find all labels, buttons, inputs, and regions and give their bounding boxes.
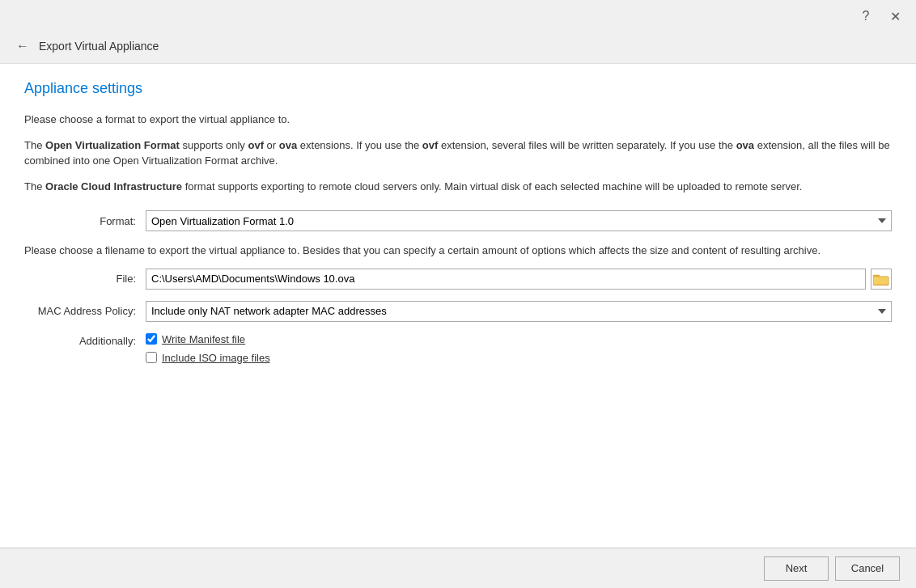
file-input[interactable] (146, 269, 866, 290)
description-2: The Open Virtualization Format supports … (24, 137, 892, 169)
write-manifest-label[interactable]: Write Manifest file (162, 333, 245, 345)
desc2-bold1: Open Virtualization Format (45, 139, 180, 151)
cancel-button[interactable]: Cancel (835, 556, 900, 581)
checkboxes-column: Write Manifest file Include ISO image fi… (146, 333, 270, 364)
format-row: Format: Open Virtualization Format 1.0 O… (24, 210, 892, 231)
file-control-wrap (146, 269, 892, 290)
include-iso-row: Include ISO image files (146, 352, 270, 364)
include-iso-label[interactable]: Include ISO image files (162, 352, 270, 364)
format-control-wrap: Open Virtualization Format 1.0 Open Virt… (146, 210, 892, 231)
content-area: Appliance settings Please choose a forma… (0, 64, 916, 548)
desc2-mid2: or (267, 139, 279, 151)
header: ← Export Virtual Appliance (0, 32, 916, 64)
folder-icon (873, 273, 889, 286)
format-select[interactable]: Open Virtualization Format 1.0 Open Virt… (146, 210, 892, 231)
browse-button[interactable] (871, 269, 892, 290)
write-manifest-row: Write Manifest file (146, 333, 270, 345)
description-1: Please choose a format to export the vir… (24, 112, 892, 128)
additionally-label: Additionally: (24, 333, 146, 347)
additionally-row: Additionally: Write Manifest file Includ… (24, 333, 892, 364)
desc3-suffix: format supports exporting to remote clou… (185, 180, 803, 192)
mac-label: MAC Address Policy: (24, 305, 146, 317)
file-description: Please choose a filename to export the v… (24, 243, 892, 259)
title-bar: ? ✕ (0, 0, 916, 32)
file-row: File: (24, 269, 892, 290)
desc2-bold4: ovf (422, 139, 439, 151)
mac-control-wrap: Include only NAT network adapter MAC add… (146, 301, 892, 322)
description-3: The Oracle Cloud Infrastructure format s… (24, 179, 892, 195)
mac-select[interactable]: Include only NAT network adapter MAC add… (146, 301, 892, 322)
form-section: Format: Open Virtualization Format 1.0 O… (24, 210, 892, 364)
header-title: Export Virtual Appliance (39, 40, 159, 53)
page-title: Appliance settings (24, 80, 892, 97)
desc2-mid1: supports only (183, 139, 248, 151)
desc3-bold: Oracle Cloud Infrastructure (45, 180, 182, 192)
footer: Next Cancel (0, 548, 916, 588)
close-button[interactable]: ✕ (884, 5, 906, 27)
desc3-prefix: The (24, 180, 45, 192)
file-label: File: (24, 273, 146, 285)
mac-row: MAC Address Policy: Include only NAT net… (24, 301, 892, 322)
write-manifest-checkbox[interactable] (146, 333, 157, 345)
desc2-prefix: The (24, 139, 45, 151)
title-bar-controls: ? ✕ (855, 5, 906, 27)
close-icon: ✕ (890, 9, 901, 24)
next-button[interactable]: Next (764, 556, 829, 581)
desc2-bold5: ova (736, 139, 754, 151)
desc2-mid3: extensions. If you use the (300, 139, 422, 151)
main-window: ? ✕ ← Export Virtual Appliance Appliance… (0, 0, 916, 588)
back-arrow-icon[interactable]: ← (16, 39, 29, 53)
svg-rect-2 (873, 277, 888, 285)
desc2-mid4: extension, several files will be written… (441, 139, 736, 151)
format-label: Format: (24, 215, 146, 227)
help-button[interactable]: ? (855, 5, 877, 27)
include-iso-checkbox[interactable] (146, 352, 157, 363)
desc2-bold3: ova (279, 139, 297, 151)
desc2-bold2: ovf (248, 139, 264, 151)
help-icon: ? (863, 9, 870, 23)
